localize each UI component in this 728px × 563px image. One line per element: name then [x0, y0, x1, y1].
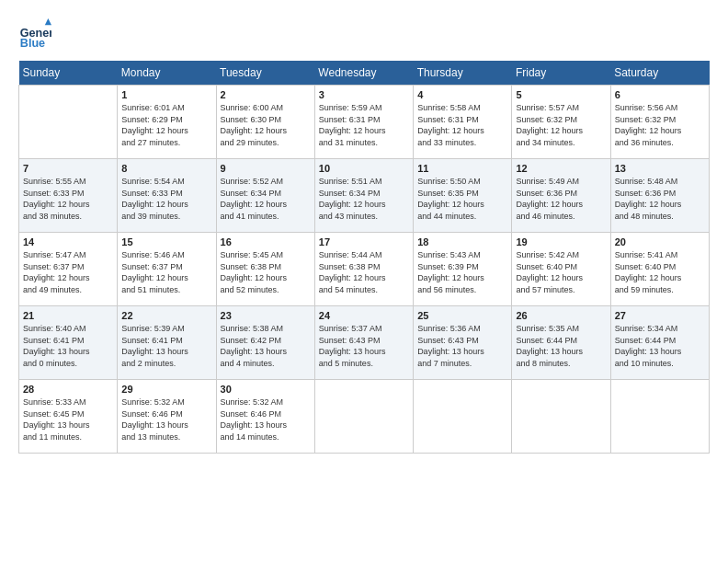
- logo-icon: General Blue: [18, 18, 51, 52]
- day-number: 18: [417, 236, 507, 247]
- day-info: Sunrise: 5:49 AM Sunset: 6:36 PM Dayligh…: [516, 176, 606, 222]
- day-info: Sunrise: 6:00 AM Sunset: 6:30 PM Dayligh…: [221, 102, 311, 148]
- calendar-cell: 10Sunrise: 5:51 AM Sunset: 6:34 PM Dayli…: [314, 159, 413, 233]
- day-info: Sunrise: 5:34 AM Sunset: 6:44 PM Dayligh…: [615, 323, 705, 369]
- calendar-cell: 28Sunrise: 5:33 AM Sunset: 6:45 PM Dayli…: [19, 380, 118, 454]
- calendar-cell: 18Sunrise: 5:43 AM Sunset: 6:39 PM Dayli…: [414, 233, 512, 306]
- calendar-cell: 9Sunrise: 5:52 AM Sunset: 6:34 PM Daylig…: [216, 159, 314, 233]
- day-number: 20: [615, 236, 705, 247]
- calendar-cell: [610, 380, 709, 454]
- day-info: Sunrise: 5:33 AM Sunset: 6:45 PM Dayligh…: [23, 396, 113, 442]
- day-number: 28: [23, 384, 113, 395]
- svg-marker-2: [45, 18, 51, 25]
- day-number: 3: [319, 89, 409, 100]
- day-info: Sunrise: 5:43 AM Sunset: 6:39 PM Dayligh…: [417, 249, 507, 295]
- logo: General Blue: [18, 18, 55, 52]
- day-number: 24: [319, 310, 409, 321]
- day-info: Sunrise: 5:36 AM Sunset: 6:43 PM Dayligh…: [417, 323, 507, 369]
- weekday-header-saturday: Saturday: [610, 61, 709, 86]
- calendar-cell: 21Sunrise: 5:40 AM Sunset: 6:41 PM Dayli…: [19, 306, 118, 380]
- calendar-week-3: 14Sunrise: 5:47 AM Sunset: 6:37 PM Dayli…: [19, 233, 710, 306]
- calendar-body: 1Sunrise: 6:01 AM Sunset: 6:29 PM Daylig…: [19, 86, 710, 454]
- day-number: 15: [121, 236, 211, 247]
- calendar-cell: 12Sunrise: 5:49 AM Sunset: 6:36 PM Dayli…: [512, 159, 610, 233]
- day-number: 17: [319, 236, 409, 247]
- day-number: 11: [417, 163, 507, 174]
- calendar-cell: 19Sunrise: 5:42 AM Sunset: 6:40 PM Dayli…: [512, 233, 610, 306]
- calendar-week-2: 7Sunrise: 5:55 AM Sunset: 6:33 PM Daylig…: [19, 159, 710, 233]
- day-number: 2: [221, 89, 311, 100]
- calendar-week-5: 28Sunrise: 5:33 AM Sunset: 6:45 PM Dayli…: [19, 380, 710, 454]
- calendar-cell: 25Sunrise: 5:36 AM Sunset: 6:43 PM Dayli…: [414, 306, 512, 380]
- weekday-header-sunday: Sunday: [19, 61, 118, 86]
- calendar-cell: 1Sunrise: 6:01 AM Sunset: 6:29 PM Daylig…: [118, 86, 216, 159]
- day-info: Sunrise: 5:55 AM Sunset: 6:33 PM Dayligh…: [23, 176, 113, 222]
- day-number: 7: [23, 163, 113, 174]
- calendar-cell: 5Sunrise: 5:57 AM Sunset: 6:32 PM Daylig…: [512, 86, 610, 159]
- weekday-header-monday: Monday: [118, 61, 216, 86]
- calendar-cell: 15Sunrise: 5:46 AM Sunset: 6:37 PM Dayli…: [118, 233, 216, 306]
- calendar-header: SundayMondayTuesdayWednesdayThursdayFrid…: [19, 61, 710, 86]
- calendar-cell: [314, 380, 413, 454]
- calendar-cell: 14Sunrise: 5:47 AM Sunset: 6:37 PM Dayli…: [19, 233, 118, 306]
- day-number: 30: [221, 384, 311, 395]
- calendar-cell: 4Sunrise: 5:58 AM Sunset: 6:31 PM Daylig…: [414, 86, 512, 159]
- page-header: General Blue: [18, 18, 710, 52]
- calendar-cell: 16Sunrise: 5:45 AM Sunset: 6:38 PM Dayli…: [216, 233, 314, 306]
- day-number: 5: [516, 89, 606, 100]
- day-info: Sunrise: 5:35 AM Sunset: 6:44 PM Dayligh…: [516, 323, 606, 369]
- calendar-cell: 3Sunrise: 5:59 AM Sunset: 6:31 PM Daylig…: [314, 86, 413, 159]
- day-number: 27: [615, 310, 705, 321]
- calendar-week-4: 21Sunrise: 5:40 AM Sunset: 6:41 PM Dayli…: [19, 306, 710, 380]
- day-info: Sunrise: 5:46 AM Sunset: 6:37 PM Dayligh…: [121, 249, 211, 295]
- day-info: Sunrise: 5:32 AM Sunset: 6:46 PM Dayligh…: [221, 396, 311, 442]
- calendar-cell: 7Sunrise: 5:55 AM Sunset: 6:33 PM Daylig…: [19, 159, 118, 233]
- day-info: Sunrise: 5:56 AM Sunset: 6:32 PM Dayligh…: [615, 102, 705, 148]
- day-info: Sunrise: 5:59 AM Sunset: 6:31 PM Dayligh…: [319, 102, 409, 148]
- day-number: 10: [319, 163, 409, 174]
- day-info: Sunrise: 5:32 AM Sunset: 6:46 PM Dayligh…: [121, 396, 211, 442]
- day-number: 25: [417, 310, 507, 321]
- day-number: 21: [23, 310, 113, 321]
- day-info: Sunrise: 5:54 AM Sunset: 6:33 PM Dayligh…: [121, 176, 211, 222]
- day-info: Sunrise: 5:58 AM Sunset: 6:31 PM Dayligh…: [417, 102, 507, 148]
- day-number: 9: [221, 163, 311, 174]
- day-info: Sunrise: 5:51 AM Sunset: 6:34 PM Dayligh…: [319, 176, 409, 222]
- weekday-header-wednesday: Wednesday: [314, 61, 413, 86]
- weekday-header-row: SundayMondayTuesdayWednesdayThursdayFrid…: [19, 61, 710, 86]
- day-number: 1: [121, 89, 211, 100]
- weekday-header-thursday: Thursday: [414, 61, 512, 86]
- calendar-cell: 26Sunrise: 5:35 AM Sunset: 6:44 PM Dayli…: [512, 306, 610, 380]
- day-info: Sunrise: 5:52 AM Sunset: 6:34 PM Dayligh…: [221, 176, 311, 222]
- day-info: Sunrise: 5:44 AM Sunset: 6:38 PM Dayligh…: [319, 249, 409, 295]
- calendar-cell: 30Sunrise: 5:32 AM Sunset: 6:46 PM Dayli…: [216, 380, 314, 454]
- calendar-cell: 8Sunrise: 5:54 AM Sunset: 6:33 PM Daylig…: [118, 159, 216, 233]
- calendar-cell: [414, 380, 512, 454]
- calendar-cell: 17Sunrise: 5:44 AM Sunset: 6:38 PM Dayli…: [314, 233, 413, 306]
- day-info: Sunrise: 5:40 AM Sunset: 6:41 PM Dayligh…: [23, 323, 113, 369]
- day-info: Sunrise: 5:47 AM Sunset: 6:37 PM Dayligh…: [23, 249, 113, 295]
- day-number: 23: [221, 310, 311, 321]
- day-info: Sunrise: 5:39 AM Sunset: 6:41 PM Dayligh…: [121, 323, 211, 369]
- calendar: SundayMondayTuesdayWednesdayThursdayFrid…: [18, 61, 710, 454]
- svg-text:Blue: Blue: [20, 37, 45, 50]
- day-number: 8: [121, 163, 211, 174]
- calendar-cell: 13Sunrise: 5:48 AM Sunset: 6:36 PM Dayli…: [610, 159, 709, 233]
- day-info: Sunrise: 5:45 AM Sunset: 6:38 PM Dayligh…: [221, 249, 311, 295]
- day-number: 26: [516, 310, 606, 321]
- calendar-cell: 23Sunrise: 5:38 AM Sunset: 6:42 PM Dayli…: [216, 306, 314, 380]
- calendar-cell: 27Sunrise: 5:34 AM Sunset: 6:44 PM Dayli…: [610, 306, 709, 380]
- day-info: Sunrise: 5:38 AM Sunset: 6:42 PM Dayligh…: [221, 323, 311, 369]
- day-info: Sunrise: 5:42 AM Sunset: 6:40 PM Dayligh…: [516, 249, 606, 295]
- calendar-cell: 29Sunrise: 5:32 AM Sunset: 6:46 PM Dayli…: [118, 380, 216, 454]
- day-number: 29: [121, 384, 211, 395]
- calendar-cell: [512, 380, 610, 454]
- calendar-week-1: 1Sunrise: 6:01 AM Sunset: 6:29 PM Daylig…: [19, 86, 710, 159]
- weekday-header-friday: Friday: [512, 61, 610, 86]
- day-info: Sunrise: 5:37 AM Sunset: 6:43 PM Dayligh…: [319, 323, 409, 369]
- day-number: 22: [121, 310, 211, 321]
- day-number: 13: [615, 163, 705, 174]
- day-number: 12: [516, 163, 606, 174]
- calendar-cell: 24Sunrise: 5:37 AM Sunset: 6:43 PM Dayli…: [314, 306, 413, 380]
- calendar-cell: 20Sunrise: 5:41 AM Sunset: 6:40 PM Dayli…: [610, 233, 709, 306]
